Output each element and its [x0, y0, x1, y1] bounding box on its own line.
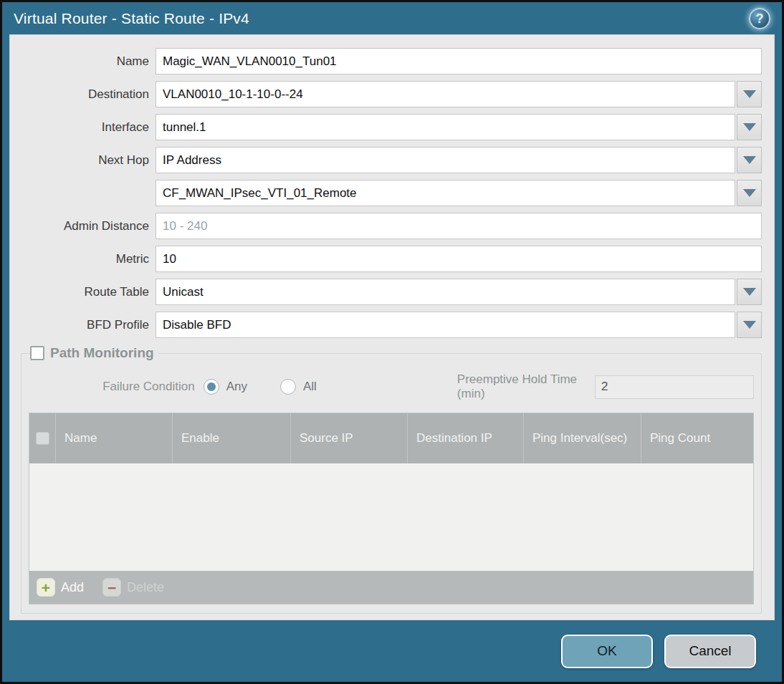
bfd-profile-dropdown-button[interactable] [737, 312, 762, 338]
table-toolbar: + Add − Delete [29, 571, 753, 604]
route-table-input[interactable] [156, 279, 735, 305]
name-label: Name [19, 54, 156, 69]
next-hop-address-dropdown-button[interactable] [737, 180, 762, 206]
path-monitoring-section: Path Monitoring Failure Condition Any Al… [21, 345, 762, 614]
chevron-down-icon [743, 288, 756, 296]
form-row-name: Name [19, 48, 762, 74]
next-hop-address-input[interactable] [156, 180, 735, 206]
chevron-down-icon [743, 90, 756, 98]
radio-dot [207, 382, 216, 391]
table-header: Name Enable Source IP Destination IP Pin… [29, 413, 753, 463]
chevron-down-icon [743, 156, 756, 164]
failure-all-radio[interactable] [280, 379, 296, 395]
column-header-ping-interval: Ping Interval(sec) [523, 413, 641, 463]
interface-dropdown-button[interactable] [737, 114, 762, 140]
radio-dot [284, 382, 292, 391]
next-hop-label: Next Hop [19, 153, 156, 168]
failure-condition-row: Failure Condition Any All Preemptive Hol… [29, 372, 754, 401]
add-button[interactable]: + Add [37, 578, 84, 597]
column-header-name: Name [55, 413, 172, 463]
form-row-destination: Destination [19, 81, 762, 107]
route-table-dropdown-button[interactable] [737, 279, 762, 305]
path-monitoring-legend: Path Monitoring [30, 345, 158, 361]
failure-all-label: All [303, 380, 317, 394]
plus-icon: + [37, 578, 55, 597]
destination-label: Destination [19, 87, 156, 102]
minus-icon: − [102, 578, 121, 597]
column-header-ping-count: Ping Count [641, 413, 753, 463]
path-monitoring-checkbox[interactable] [30, 346, 44, 360]
metric-label: Metric [19, 252, 156, 266]
failure-any-radio[interactable] [204, 379, 219, 395]
admin-distance-label: Admin Distance [19, 219, 156, 233]
form-panel: Name Destination Interface [9, 34, 775, 620]
column-header-source-ip: Source IP [290, 413, 407, 463]
path-monitoring-title: Path Monitoring [50, 345, 154, 361]
form-row-interface: Interface [19, 114, 762, 140]
column-header-enable: Enable [172, 413, 290, 463]
name-input[interactable] [156, 48, 762, 74]
form-row-admin-distance: Admin Distance [19, 213, 762, 239]
select-all-cell [29, 413, 55, 463]
destination-input[interactable] [156, 81, 735, 107]
route-table-label: Route Table [19, 285, 156, 299]
delete-button-label: Delete [127, 580, 164, 595]
failure-any-label: Any [226, 380, 247, 394]
interface-label: Interface [19, 120, 156, 135]
form-row-next-hop: Next Hop [19, 147, 762, 173]
form-row-metric: Metric [19, 246, 762, 272]
metric-input[interactable] [156, 246, 762, 272]
dialog-footer: OK Cancel [2, 620, 782, 682]
table-body-empty [29, 463, 753, 571]
admin-distance-input[interactable] [156, 213, 762, 239]
static-route-dialog: Virtual Router - Static Route - IPv4 ? N… [0, 0, 784, 684]
delete-button: − Delete [102, 578, 164, 597]
form-row-route-table: Route Table [19, 279, 762, 305]
ok-button[interactable]: OK [561, 635, 653, 668]
chevron-down-icon [743, 123, 756, 131]
chevron-down-icon [743, 189, 756, 197]
column-header-destination-ip: Destination IP [407, 413, 523, 463]
bfd-profile-input[interactable] [156, 312, 735, 338]
bfd-profile-label: BFD Profile [19, 318, 156, 332]
select-all-checkbox [36, 432, 49, 445]
help-icon[interactable]: ? [749, 8, 770, 29]
form-row-bfd-profile: BFD Profile [19, 312, 762, 338]
next-hop-dropdown-button[interactable] [737, 147, 762, 173]
add-button-label: Add [61, 580, 84, 595]
interface-input[interactable] [156, 114, 735, 140]
chevron-down-icon [743, 321, 756, 329]
path-monitoring-table: Name Enable Source IP Destination IP Pin… [29, 413, 754, 604]
form-row-next-hop-address [19, 180, 762, 206]
preemptive-hold-time-input[interactable] [595, 375, 754, 399]
destination-dropdown-button[interactable] [737, 81, 762, 107]
cancel-button[interactable]: Cancel [664, 635, 756, 668]
dialog-title: Virtual Router - Static Route - IPv4 [14, 10, 249, 27]
failure-condition-label: Failure Condition [29, 380, 204, 394]
dialog-titlebar: Virtual Router - Static Route - IPv4 ? [2, 2, 782, 34]
next-hop-type-input[interactable] [156, 147, 735, 173]
preemptive-hold-time-label: Preemptive Hold Time (min) [457, 372, 589, 401]
